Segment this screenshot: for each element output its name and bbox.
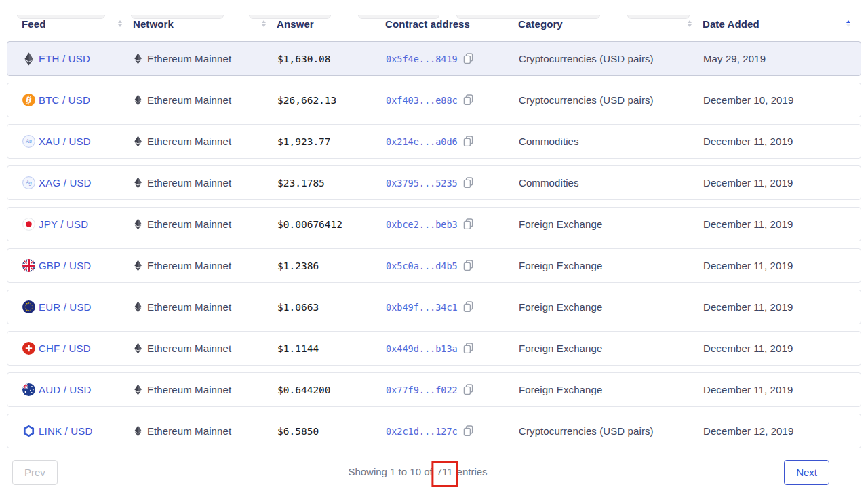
contract-address-link[interactable]: 0x449d...b13a	[386, 343, 458, 354]
sort-icon[interactable]	[686, 19, 693, 28]
chf-icon	[22, 342, 35, 355]
copy-icon[interactable]	[463, 218, 473, 230]
feed-row[interactable]: CHF / USD Ethereum Mainnet $1.1144 0x449…	[7, 331, 861, 366]
feed-pair-link[interactable]: BTC / USD	[39, 94, 90, 106]
date-added: December 11, 2019	[703, 218, 793, 230]
cropped-ui-element	[249, 15, 331, 19]
contract-address-link[interactable]: 0x77f9...f022	[386, 385, 458, 395]
total-entries: 711	[435, 466, 454, 477]
sort-icon[interactable]	[845, 19, 852, 28]
jpy-icon	[22, 218, 35, 231]
copy-icon[interactable]	[463, 94, 473, 106]
copy-icon[interactable]	[463, 425, 473, 437]
contract-address-link[interactable]: 0x3795...5235	[386, 178, 458, 189]
category-label: Foreign Exchange	[519, 260, 602, 271]
copy-icon[interactable]	[463, 301, 473, 313]
showing-prefix: Showing 1 to 10 of	[348, 466, 432, 477]
copy-icon[interactable]	[463, 384, 473, 395]
sort-icon[interactable]	[260, 19, 267, 28]
category-label: Foreign Exchange	[519, 218, 602, 230]
column-label: Contract address	[385, 18, 470, 30]
sort-icon[interactable]	[117, 19, 123, 28]
column-label: Feed	[22, 18, 45, 30]
network-name: Ethereum Mainnet	[147, 425, 231, 437]
ethereum-icon	[134, 53, 142, 64]
xau-icon: Au	[22, 135, 35, 149]
feed-pair-link[interactable]: CHF / USD	[39, 343, 91, 354]
network-name: Ethereum Mainnet	[147, 94, 231, 106]
feed-row[interactable]: Ag XAG / USD Ethereum Mainnet $23.1785 0…	[7, 165, 861, 200]
next-button[interactable]: Next	[784, 460, 829, 485]
column-header-date-added[interactable]: Date Added	[703, 15, 861, 33]
feed-row[interactable]: B BTC / USD Ethereum Mainnet $26,662.13 …	[7, 83, 861, 117]
network-name: Ethereum Mainnet	[147, 260, 231, 271]
network-name: Ethereum Mainnet	[147, 301, 231, 313]
svg-text:Au: Au	[25, 138, 32, 144]
xag-icon: Ag	[22, 176, 35, 190]
date-added: December 11, 2019	[703, 301, 793, 313]
contract-address-link[interactable]: 0x5c0a...d4b5	[386, 260, 458, 271]
feed-pair-link[interactable]: AUD / USD	[39, 384, 92, 395]
network-name: Ethereum Mainnet	[147, 343, 231, 354]
ethereum-icon	[134, 301, 142, 313]
contract-address-link[interactable]: 0xb49f...34c1	[386, 302, 458, 313]
showing-suffix: entries	[457, 466, 488, 477]
answer-value: $1.2386	[277, 260, 319, 271]
date-added: December 11, 2019	[703, 136, 793, 147]
ethereum-icon	[134, 425, 142, 437]
feed-pair-link[interactable]: LINK / USD	[39, 425, 93, 437]
eur-icon	[22, 300, 35, 314]
answer-value: $0.00676412	[277, 219, 342, 230]
contract-address-link[interactable]: 0xf403...e88c	[386, 95, 458, 106]
pagination-footer: Prev Showing 1 to 10 of 711 entries Next	[0, 460, 868, 487]
ethereum-icon	[134, 384, 142, 395]
feed-pair-link[interactable]: GBP / USD	[39, 260, 91, 271]
feed-pair-link[interactable]: JPY / USD	[39, 218, 88, 230]
date-added: December 11, 2019	[703, 260, 793, 271]
copy-icon[interactable]	[463, 177, 473, 189]
feed-row[interactable]: ETH / USD Ethereum Mainnet $1,630.08 0x5…	[7, 41, 861, 76]
network-name: Ethereum Mainnet	[147, 384, 231, 395]
copy-icon[interactable]	[463, 343, 473, 354]
feed-pair-link[interactable]: ETH / USD	[39, 53, 90, 64]
category-label: Cryptocurrencies (USD pairs)	[519, 53, 654, 64]
category-label: Commodities	[519, 177, 579, 189]
eth-icon	[22, 52, 35, 66]
feed-pair-link[interactable]: EUR / USD	[39, 301, 92, 313]
contract-address-link[interactable]: 0xbce2...beb3	[386, 219, 458, 230]
cropped-ui-element	[358, 15, 439, 19]
copy-icon[interactable]	[463, 260, 473, 271]
contract-address-link[interactable]: 0x5f4e...8419	[386, 54, 458, 64]
svg-text:Ag: Ag	[25, 180, 32, 186]
showing-entries-text: Showing 1 to 10 of 711 entries	[348, 466, 487, 477]
category-label: Commodities	[519, 136, 579, 147]
contract-address-link[interactable]: 0x2c1d...127c	[386, 426, 458, 437]
date-added: December 11, 2019	[703, 384, 793, 395]
column-label: Category	[518, 18, 563, 30]
ethereum-icon	[134, 218, 142, 230]
gbp-icon	[22, 259, 35, 273]
copy-icon[interactable]	[463, 53, 473, 64]
prev-button[interactable]: Prev	[12, 460, 58, 485]
network-name: Ethereum Mainnet	[147, 177, 231, 189]
feed-row[interactable]: Au XAU / USD Ethereum Mainnet $1,923.77 …	[7, 124, 861, 159]
feed-row[interactable]: GBP / USD Ethereum Mainnet $1.2386 0x5c0…	[7, 248, 861, 283]
feed-row[interactable]: LINK / USD Ethereum Mainnet $6.5850 0x2c…	[7, 414, 861, 448]
copy-icon[interactable]	[463, 136, 473, 147]
answer-value: $1,630.08	[277, 54, 331, 64]
answer-value: $0.644200	[277, 385, 331, 395]
ethereum-icon	[134, 136, 142, 147]
date-added: December 10, 2019	[703, 94, 793, 106]
aud-icon	[22, 383, 35, 397]
feed-row[interactable]: JPY / USD Ethereum Mainnet $0.00676412 0…	[7, 207, 861, 241]
feed-pair-link[interactable]: XAU / USD	[39, 136, 91, 147]
contract-address-link[interactable]: 0x214e...a0d6	[386, 136, 458, 147]
answer-value: $1.1144	[277, 343, 319, 354]
answer-value: $26,662.13	[277, 95, 336, 106]
btc-icon: B	[22, 94, 35, 107]
column-label: Answer	[277, 18, 314, 30]
feed-row[interactable]: EUR / USD Ethereum Mainnet $1.0663 0xb49…	[7, 290, 861, 324]
category-label: Foreign Exchange	[519, 301, 602, 313]
feed-row[interactable]: AUD / USD Ethereum Mainnet $0.644200 0x7…	[7, 372, 861, 407]
feed-pair-link[interactable]: XAG / USD	[39, 177, 92, 189]
